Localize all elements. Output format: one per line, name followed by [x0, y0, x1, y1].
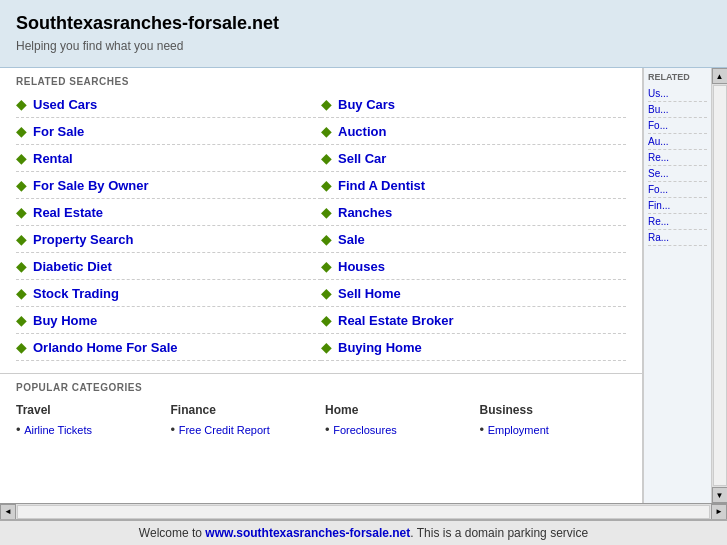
list-item: ◆Buy Cars: [321, 91, 626, 118]
popular-col-1: FinanceFree Credit Report: [171, 403, 318, 438]
list-item: ◆Sell Car: [321, 145, 626, 172]
bullet-icon: ◆: [16, 285, 27, 301]
list-item: ◆For Sale By Owner: [16, 172, 321, 199]
popular-col-3: BusinessEmployment: [480, 403, 627, 438]
sidebar-link[interactable]: Se...: [648, 168, 707, 179]
bullet-icon: ◆: [16, 204, 27, 220]
sidebar-list-item: Re...: [648, 150, 707, 166]
list-item: ◆Sell Home: [321, 280, 626, 307]
link[interactable]: Rental: [33, 151, 73, 166]
sidebar-list-item: Au...: [648, 134, 707, 150]
site-title: Southtexasranches-forsale.net: [16, 12, 711, 35]
link[interactable]: Used Cars: [33, 97, 97, 112]
link[interactable]: Property Search: [33, 232, 133, 247]
scroll-down-arrow[interactable]: ▼: [712, 487, 728, 503]
sidebar-link[interactable]: Re...: [648, 152, 707, 163]
list-item: ◆For Sale: [16, 118, 321, 145]
popular-col-title: Travel: [16, 403, 163, 417]
popular-col-title: Home: [325, 403, 472, 417]
list-item: ◆Houses: [321, 253, 626, 280]
popular-grid: TravelAirline TicketsFinanceFree Credit …: [16, 403, 626, 438]
popular-categories-label: POPULAR CATEGORIES: [16, 382, 626, 397]
link[interactable]: Auction: [338, 124, 386, 139]
popular-section: POPULAR CATEGORIES TravelAirline Tickets…: [0, 373, 642, 446]
list-item: ◆Ranches: [321, 199, 626, 226]
popular-col-0: TravelAirline Tickets: [16, 403, 163, 438]
bullet-icon: ◆: [16, 150, 27, 166]
popular-col-2: HomeForeclosures: [325, 403, 472, 438]
sidebar-list-item: Re...: [648, 214, 707, 230]
link[interactable]: Diabetic Diet: [33, 259, 112, 274]
bullet-icon: ◆: [16, 123, 27, 139]
link[interactable]: Sell Home: [338, 286, 401, 301]
list-item: Free Credit Report: [171, 421, 318, 438]
sidebar-link[interactable]: Au...: [648, 136, 707, 147]
sidebar-list-item: Us...: [648, 86, 707, 102]
scroll-left-arrow[interactable]: ◄: [0, 504, 16, 520]
link[interactable]: Stock Trading: [33, 286, 119, 301]
popular-link[interactable]: Employment: [488, 424, 549, 436]
popular-link[interactable]: Foreclosures: [333, 424, 397, 436]
links-grid: ◆Used Cars◆For Sale◆Rental◆For Sale By O…: [0, 91, 642, 369]
list-item: ◆Real Estate Broker: [321, 307, 626, 334]
bullet-icon: ◆: [321, 204, 332, 220]
footer-bar: Welcome to www.southtexasranches-forsale…: [0, 519, 727, 545]
link[interactable]: Real Estate: [33, 205, 103, 220]
link[interactable]: Buy Cars: [338, 97, 395, 112]
list-item: ◆Stock Trading: [16, 280, 321, 307]
link[interactable]: For Sale: [33, 124, 84, 139]
bullet-icon: ◆: [16, 312, 27, 328]
h-scroll-track[interactable]: [17, 505, 710, 519]
sidebar-link[interactable]: Ra...: [648, 232, 707, 243]
link[interactable]: Sell Car: [338, 151, 386, 166]
link[interactable]: Ranches: [338, 205, 392, 220]
sidebar-list-item: Bu...: [648, 102, 707, 118]
list-item: ◆Rental: [16, 145, 321, 172]
list-item: ◆Diabetic Diet: [16, 253, 321, 280]
sidebar-link[interactable]: Us...: [648, 88, 707, 99]
popular-link[interactable]: Free Credit Report: [179, 424, 270, 436]
sidebar-link[interactable]: Fo...: [648, 184, 707, 195]
scroll-right-arrow[interactable]: ►: [711, 504, 727, 520]
bullet-icon: ◆: [16, 258, 27, 274]
list-item: ◆Buy Home: [16, 307, 321, 334]
list-item: Foreclosures: [325, 421, 472, 438]
footer-text-after: . This is a domain parking service: [410, 526, 588, 540]
sidebar-link[interactable]: Fo...: [648, 120, 707, 131]
sidebar-link[interactable]: Re...: [648, 216, 707, 227]
link[interactable]: For Sale By Owner: [33, 178, 149, 193]
popular-col-title: Finance: [171, 403, 318, 417]
bullet-icon: ◆: [321, 231, 332, 247]
left-links-column: ◆Used Cars◆For Sale◆Rental◆For Sale By O…: [16, 91, 321, 361]
sidebar-link[interactable]: Bu...: [648, 104, 707, 115]
link[interactable]: Find A Dentist: [338, 178, 425, 193]
sidebar-list-item: Ra...: [648, 230, 707, 246]
footer-domain-link[interactable]: www.southtexasranches-forsale.net: [205, 526, 410, 540]
list-item: ◆Auction: [321, 118, 626, 145]
link[interactable]: Real Estate Broker: [338, 313, 454, 328]
link[interactable]: Buying Home: [338, 340, 422, 355]
list-item: Employment: [480, 421, 627, 438]
link[interactable]: Sale: [338, 232, 365, 247]
bullet-icon: ◆: [321, 96, 332, 112]
link[interactable]: Orlando Home For Sale: [33, 340, 177, 355]
bullet-icon: ◆: [16, 177, 27, 193]
sidebar-list-item: Fo...: [648, 118, 707, 134]
bullet-icon: ◆: [321, 312, 332, 328]
related-searches-label: RELATED SEARCHES: [0, 68, 642, 91]
list-item: ◆Sale: [321, 226, 626, 253]
bullet-icon: ◆: [16, 339, 27, 355]
list-item: ◆Orlando Home For Sale: [16, 334, 321, 361]
bullet-icon: ◆: [321, 339, 332, 355]
bullet-icon: ◆: [321, 123, 332, 139]
sidebar-link[interactable]: Fin...: [648, 200, 707, 211]
bullet-icon: ◆: [321, 258, 332, 274]
list-item: ◆Real Estate: [16, 199, 321, 226]
popular-link[interactable]: Airline Tickets: [24, 424, 92, 436]
horizontal-scrollbar[interactable]: ◄ ►: [0, 503, 727, 519]
footer-text-before: Welcome to: [139, 526, 205, 540]
link[interactable]: Buy Home: [33, 313, 97, 328]
link[interactable]: Houses: [338, 259, 385, 274]
scroll-up-arrow[interactable]: ▲: [712, 68, 728, 84]
scroll-track[interactable]: [713, 85, 727, 486]
